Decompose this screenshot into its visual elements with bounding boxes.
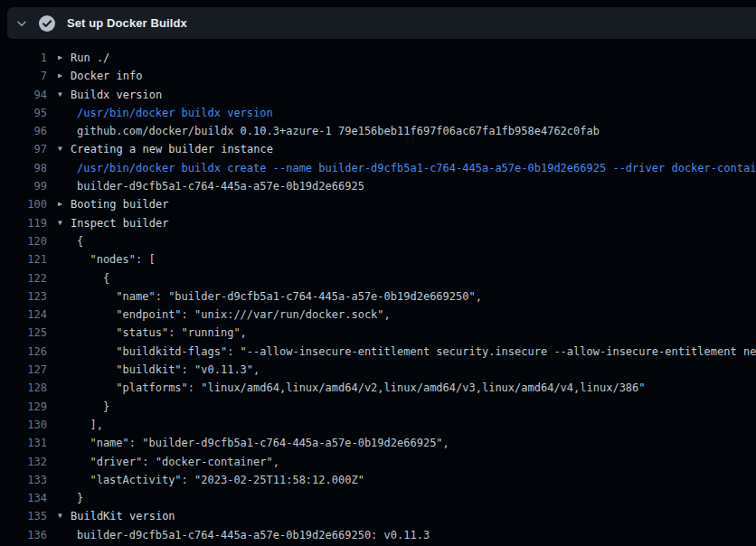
log-line-text: Docker info	[71, 67, 142, 85]
line-number[interactable]: 100	[0, 195, 47, 213]
log-line-text: builder-d9cfb5a1-c764-445a-a57e-0b19d2e6…	[47, 177, 364, 195]
log-line-text: "name": "builder-d9cfb5a1-c764-445a-a57e…	[47, 434, 449, 452]
log-line-text: ],	[47, 416, 103, 434]
line-number[interactable]: 99	[0, 177, 47, 195]
log-line: 123 "name": "builder-d9cfb5a1-c764-445a-…	[0, 287, 756, 306]
group-toggle-triangle-icon[interactable]: ▶	[58, 195, 71, 213]
line-number[interactable]: 1	[0, 49, 47, 67]
line-number[interactable]: 131	[0, 434, 47, 452]
line-number[interactable]: 127	[0, 361, 47, 379]
line-number[interactable]: 122	[0, 269, 47, 287]
line-number[interactable]: 7	[0, 67, 47, 85]
log-line: 132 "driver": "docker-container",	[0, 453, 756, 471]
log-group-line[interactable]: 119 ▼ Inspect builder	[0, 214, 756, 232]
log-group-line[interactable]: 94 ▼ Buildx version	[0, 86, 756, 104]
log-group-line[interactable]: 97 ▼ Creating a new builder instance	[0, 140, 756, 158]
line-number[interactable]: 96	[0, 122, 47, 140]
log-line: 126 "buildkitd-flags": "--allow-insecure…	[0, 343, 756, 361]
log-line-text: builder-d9cfb5a1-c764-445a-a57e-0b19d2e6…	[47, 526, 430, 544]
log-line: 131 "name": "builder-d9cfb5a1-c764-445a-…	[0, 434, 756, 452]
log-line-text: "buildkitd-flags": "--allow-insecure-ent…	[47, 343, 756, 361]
log-line: 127 "buildkit": "v0.11.3",	[0, 361, 756, 379]
line-number[interactable]: 98	[0, 159, 47, 177]
group-toggle-triangle-icon[interactable]: ▼	[58, 86, 71, 104]
line-number[interactable]: 121	[0, 250, 47, 268]
log-line-text: "buildkit": "v0.11.3",	[47, 361, 260, 379]
log-line: 125 "status": "running",	[0, 324, 756, 342]
log-group-line[interactable]: 135 ▼ BuildKit version	[0, 507, 756, 525]
line-number[interactable]: 126	[0, 343, 47, 361]
group-toggle-triangle-icon[interactable]: ▶	[58, 67, 71, 85]
chevron-down-icon[interactable]	[14, 16, 29, 31]
log-line-text: Booting builder	[71, 195, 168, 213]
log-line: 122 {	[0, 269, 756, 287]
group-toggle-triangle-icon[interactable]: ▼	[58, 140, 71, 158]
log-line-text: {	[47, 232, 83, 250]
log-line-text: Inspect builder	[71, 214, 168, 232]
log-line: 134 }	[0, 489, 756, 507]
log-line-text: Buildx version	[71, 86, 162, 104]
log-line: 129 }	[0, 398, 756, 416]
line-number[interactable]: 135	[0, 507, 47, 525]
log-group-line[interactable]: 7 ▶ Docker info	[0, 67, 756, 85]
log-line: 120 {	[0, 232, 756, 250]
log-line-text: "nodes": [	[47, 250, 156, 268]
group-toggle-triangle-icon[interactable]: ▼	[58, 507, 71, 525]
line-number[interactable]: 94	[0, 86, 47, 104]
check-circle-icon	[38, 14, 56, 33]
log-line-text: "status": "running",	[47, 324, 247, 342]
log-line-text: "driver": "docker-container",	[47, 453, 279, 471]
line-number[interactable]: 129	[0, 398, 47, 416]
log-line: 130 ],	[0, 416, 756, 434]
log-line-text: Creating a new builder instance	[71, 140, 273, 158]
line-number[interactable]: 123	[0, 287, 47, 306]
line-number[interactable]: 120	[0, 232, 47, 250]
line-number[interactable]: 130	[0, 416, 47, 434]
line-number[interactable]: 132	[0, 453, 47, 471]
log-line: 95 /usr/bin/docker buildx version	[0, 104, 756, 122]
log-line-text: {	[47, 269, 109, 287]
log-line-text: }	[47, 489, 83, 507]
line-number[interactable]: 95	[0, 104, 47, 122]
line-number[interactable]: 119	[0, 214, 47, 232]
line-number[interactable]: 136	[0, 526, 47, 544]
log-line: 96 github.com/docker/buildx 0.10.3+azure…	[0, 122, 756, 140]
line-number[interactable]: 134	[0, 489, 47, 507]
line-number[interactable]: 133	[0, 471, 47, 489]
line-number[interactable]: 124	[0, 306, 47, 324]
group-toggle-triangle-icon[interactable]: ▼	[58, 214, 71, 232]
line-number[interactable]: 128	[0, 379, 47, 397]
log-group-line[interactable]: 100 ▶ Booting builder	[0, 195, 756, 213]
log-line: 121 "nodes": [	[0, 250, 756, 268]
step-header[interactable]: Set up Docker Buildx	[7, 7, 756, 39]
log-line-text: /usr/bin/docker buildx create --name bui…	[47, 159, 756, 177]
log-line: 98 /usr/bin/docker buildx create --name …	[0, 159, 756, 177]
group-toggle-triangle-icon[interactable]: ▶	[58, 49, 71, 67]
log-line: 133 "lastActivity": "2023-02-25T11:58:12…	[0, 471, 756, 489]
log-line-text: /usr/bin/docker buildx version	[47, 104, 273, 122]
log-line: 128 "platforms": "linux/amd64,linux/amd6…	[0, 379, 756, 397]
step-title: Set up Docker Buildx	[67, 16, 187, 30]
log-line-text: BuildKit version	[71, 507, 175, 525]
log-line-text: "endpoint": "unix:///var/run/docker.sock…	[47, 306, 391, 324]
log-group-line[interactable]: 1 ▶ Run ./	[0, 49, 756, 67]
log-line-text: "name": "builder-d9cfb5a1-c764-445a-a57e…	[47, 287, 482, 306]
log-line-text: Run ./	[71, 49, 109, 67]
log-line-text: "lastActivity": "2023-02-25T11:58:12.000…	[47, 471, 364, 489]
log-viewer: 1 ▶ Run ./ 7 ▶ Docker info 94 ▼ Buildx v…	[0, 39, 756, 546]
log-line: 136 builder-d9cfb5a1-c764-445a-a57e-0b19…	[0, 526, 756, 544]
log-line-text: }	[47, 398, 109, 416]
log-line-text: github.com/docker/buildx 0.10.3+azure-1 …	[47, 122, 600, 140]
log-line-text: "platforms": "linux/amd64,linux/amd64/v2…	[47, 379, 646, 397]
line-number[interactable]: 97	[0, 140, 47, 158]
line-number[interactable]: 125	[0, 324, 47, 342]
log-line: 124 "endpoint": "unix:///var/run/docker.…	[0, 306, 756, 324]
log-line: 99 builder-d9cfb5a1-c764-445a-a57e-0b19d…	[0, 177, 756, 195]
